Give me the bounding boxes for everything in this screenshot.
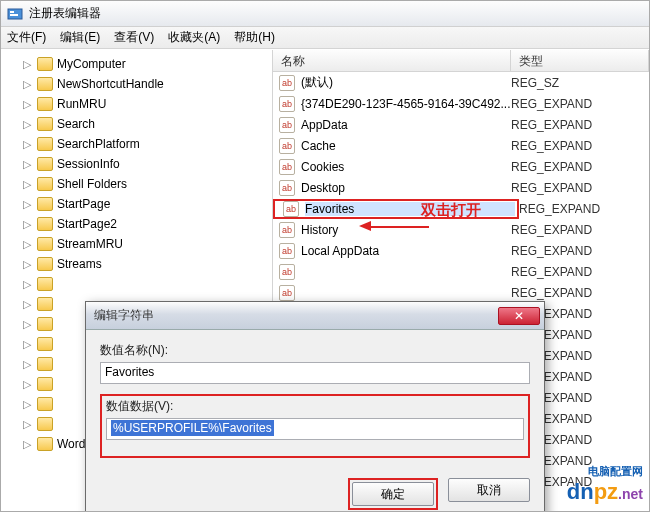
list-row[interactable]: abCacheREG_EXPAND bbox=[273, 135, 649, 156]
menu-edit[interactable]: 编辑(E) bbox=[60, 29, 100, 46]
row-name: Local AppData bbox=[301, 244, 511, 258]
col-name[interactable]: 名称 bbox=[273, 50, 511, 71]
list-row[interactable]: abDesktopREG_EXPAND bbox=[273, 177, 649, 198]
annotation-text: 双击打开 bbox=[421, 201, 481, 220]
ok-button[interactable]: 确定 bbox=[352, 482, 434, 506]
folder-icon bbox=[37, 417, 53, 431]
expand-icon[interactable]: ▷ bbox=[21, 98, 33, 111]
tree-item[interactable]: ▷StartPage2 bbox=[1, 214, 272, 234]
list-row[interactable]: ab(默认)REG_SZ bbox=[273, 72, 649, 93]
expand-icon[interactable]: ▷ bbox=[21, 178, 33, 191]
folder-icon bbox=[37, 377, 53, 391]
string-value-icon: ab bbox=[279, 285, 295, 301]
menu-favorites[interactable]: 收藏夹(A) bbox=[168, 29, 220, 46]
menu-view[interactable]: 查看(V) bbox=[114, 29, 154, 46]
folder-icon bbox=[37, 357, 53, 371]
list-header: 名称 类型 bbox=[273, 50, 649, 72]
tree-label: SearchPlatform bbox=[57, 137, 140, 151]
row-name: Desktop bbox=[301, 181, 511, 195]
expand-icon[interactable]: ▷ bbox=[21, 298, 33, 311]
list-row[interactable]: abHistoryREG_EXPAND bbox=[273, 219, 649, 240]
tree-item[interactable]: ▷SessionInfo bbox=[1, 154, 272, 174]
dialog-titlebar[interactable]: 编辑字符串 ✕ bbox=[86, 302, 544, 330]
expand-icon[interactable]: ▷ bbox=[21, 218, 33, 231]
expand-icon[interactable]: ▷ bbox=[21, 438, 33, 451]
list-row[interactable]: abAppDataREG_EXPAND bbox=[273, 114, 649, 135]
tree-item[interactable]: ▷Streams bbox=[1, 254, 272, 274]
tree-label: StartPage bbox=[57, 197, 110, 211]
row-name: Cache bbox=[301, 139, 511, 153]
value-name-input[interactable]: Favorites bbox=[100, 362, 530, 384]
menubar: 文件(F) 编辑(E) 查看(V) 收藏夹(A) 帮助(H) bbox=[1, 27, 649, 49]
tree-item[interactable]: ▷RunMRU bbox=[1, 94, 272, 114]
tree-item[interactable]: ▷SearchPlatform bbox=[1, 134, 272, 154]
window-titlebar: 注册表编辑器 bbox=[1, 1, 649, 27]
expand-icon[interactable]: ▷ bbox=[21, 198, 33, 211]
list-row[interactable]: abREG_EXPAND bbox=[273, 282, 649, 303]
svg-rect-2 bbox=[10, 14, 18, 16]
string-value-icon: ab bbox=[279, 180, 295, 196]
expand-icon[interactable]: ▷ bbox=[21, 378, 33, 391]
folder-icon bbox=[37, 97, 53, 111]
folder-icon bbox=[37, 317, 53, 331]
expand-icon[interactable]: ▷ bbox=[21, 418, 33, 431]
tree-item[interactable]: ▷MyComputer bbox=[1, 54, 272, 74]
string-value-icon: ab bbox=[279, 243, 295, 259]
string-value-icon: ab bbox=[279, 75, 295, 91]
row-name: {374DE290-123F-4565-9164-39C492... bbox=[301, 97, 511, 111]
string-value-icon: ab bbox=[279, 222, 295, 238]
row-type: REG_EXPAND bbox=[511, 286, 592, 300]
list-row[interactable]: ab{374DE290-123F-4565-9164-39C492...REG_… bbox=[273, 93, 649, 114]
tree-label: Streams bbox=[57, 257, 102, 271]
folder-icon bbox=[37, 257, 53, 271]
favorites-highlight: abFavorites bbox=[273, 199, 519, 219]
row-type: REG_SZ bbox=[511, 76, 559, 90]
value-data-input[interactable]: %USERPROFILE%\Favorites bbox=[106, 418, 524, 440]
tree-item[interactable]: ▷NewShortcutHandle bbox=[1, 74, 272, 94]
string-value-icon: ab bbox=[279, 96, 295, 112]
menu-file[interactable]: 文件(F) bbox=[7, 29, 46, 46]
tree-label: SessionInfo bbox=[57, 157, 120, 171]
folder-icon bbox=[37, 437, 53, 451]
tree-label: StreamMRU bbox=[57, 237, 123, 251]
expand-icon[interactable]: ▷ bbox=[21, 238, 33, 251]
tree-item[interactable]: ▷Search bbox=[1, 114, 272, 134]
tree-label: Search bbox=[57, 117, 95, 131]
folder-icon bbox=[37, 177, 53, 191]
string-value-icon: ab bbox=[279, 159, 295, 175]
tree-item[interactable]: ▷StartPage bbox=[1, 194, 272, 214]
expand-icon[interactable]: ▷ bbox=[21, 258, 33, 271]
row-type: REG_EXPAND bbox=[519, 202, 600, 216]
expand-icon[interactable]: ▷ bbox=[21, 278, 33, 291]
row-type: REG_EXPAND bbox=[511, 97, 592, 111]
expand-icon[interactable]: ▷ bbox=[21, 78, 33, 91]
tree-item[interactable]: ▷ bbox=[1, 274, 272, 294]
col-type[interactable]: 类型 bbox=[511, 50, 649, 71]
ok-highlight: 确定 bbox=[348, 478, 438, 510]
menu-help[interactable]: 帮助(H) bbox=[234, 29, 275, 46]
expand-icon[interactable]: ▷ bbox=[21, 398, 33, 411]
expand-icon[interactable]: ▷ bbox=[21, 138, 33, 151]
regedit-icon bbox=[7, 6, 23, 22]
expand-icon[interactable]: ▷ bbox=[21, 318, 33, 331]
close-button[interactable]: ✕ bbox=[498, 307, 540, 325]
string-value-icon: ab bbox=[283, 201, 299, 217]
list-row[interactable]: abLocal AppDataREG_EXPAND bbox=[273, 240, 649, 261]
string-value-icon: ab bbox=[279, 117, 295, 133]
expand-icon[interactable]: ▷ bbox=[21, 338, 33, 351]
row-name: Cookies bbox=[301, 160, 511, 174]
folder-icon bbox=[37, 337, 53, 351]
annotation-arrow-head bbox=[359, 221, 371, 231]
folder-icon bbox=[37, 117, 53, 131]
svg-rect-1 bbox=[10, 11, 14, 13]
cancel-button[interactable]: 取消 bbox=[448, 478, 530, 502]
row-type: REG_EXPAND bbox=[511, 265, 592, 279]
list-row[interactable]: abCookiesREG_EXPAND bbox=[273, 156, 649, 177]
expand-icon[interactable]: ▷ bbox=[21, 158, 33, 171]
expand-icon[interactable]: ▷ bbox=[21, 58, 33, 71]
expand-icon[interactable]: ▷ bbox=[21, 118, 33, 131]
tree-item[interactable]: ▷StreamMRU bbox=[1, 234, 272, 254]
tree-item[interactable]: ▷Shell Folders bbox=[1, 174, 272, 194]
list-row[interactable]: abREG_EXPAND bbox=[273, 261, 649, 282]
expand-icon[interactable]: ▷ bbox=[21, 358, 33, 371]
